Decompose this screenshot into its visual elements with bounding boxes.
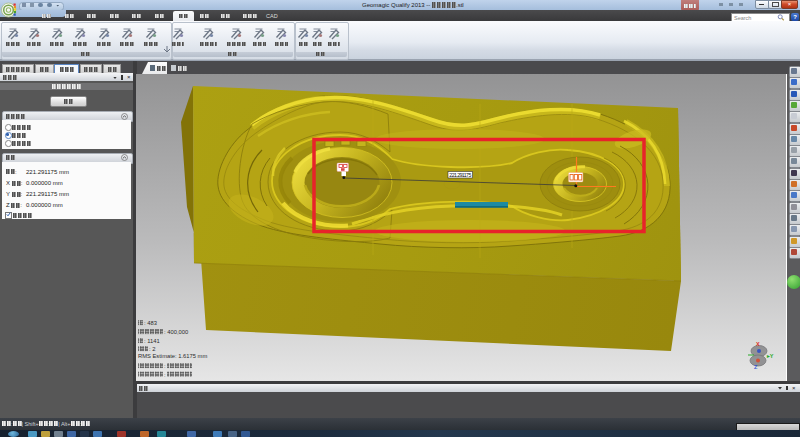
svg-text:RMS Estimate: 1.6175 mm: RMS Estimate: 1.6175 mm — [138, 353, 207, 359]
svg-text:: 483: : 483 — [144, 320, 157, 326]
svg-text:: 2: : 2 — [149, 346, 155, 352]
svg-text:X: X — [756, 341, 760, 347]
svg-text:221.291175: 221.291175 — [449, 172, 471, 178]
svg-text:: 400,000: : 400,000 — [164, 329, 188, 335]
svg-text:: 1141: : 1141 — [144, 338, 160, 344]
svg-text:▸Y: ▸Y — [766, 353, 774, 359]
